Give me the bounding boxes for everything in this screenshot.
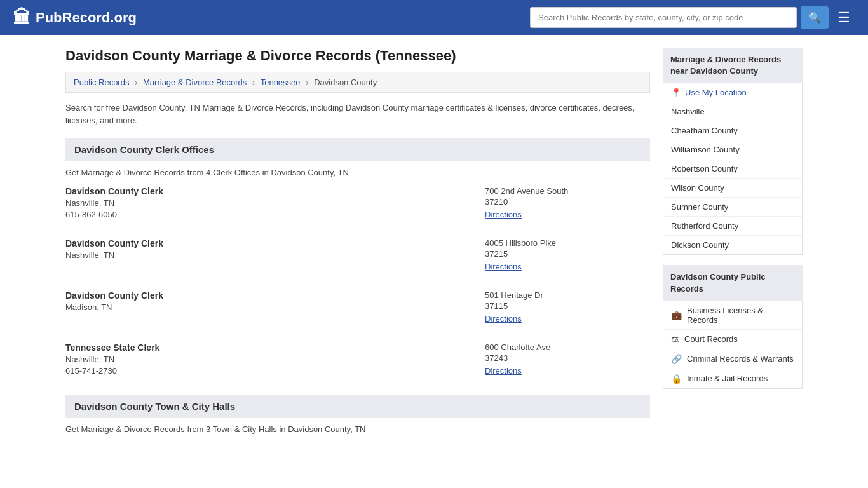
site-logo[interactable]: 🏛 PubRecord.org <box>13 7 137 28</box>
office-left-1: Davidson County Clerk Nashville, TN 615-… <box>65 186 485 219</box>
office-zip-2: 37215 <box>485 249 650 259</box>
office-row-3: Davidson County Clerk Madison, TN 501 He… <box>65 290 650 323</box>
city-halls-section-header: Davidson County Town & City Halls <box>65 395 650 418</box>
business-icon: 💼 <box>671 310 682 320</box>
sidebar-nearby-williamson[interactable]: Williamson County <box>663 140 802 159</box>
city-halls-desc: Get Marriage & Divorce Records from 3 To… <box>65 424 650 434</box>
business-licenses-link[interactable]: Business Licenses & Records <box>687 306 794 325</box>
office-right-4: 600 Charlotte Ave 37243 Directions <box>485 342 650 376</box>
office-right-2: 4005 Hillsboro Pike 37215 Directions <box>485 238 650 271</box>
breadcrumb: Public Records › Marriage & Divorce Reco… <box>65 72 650 93</box>
office-entry-4: Tennessee State Clerk Nashville, TN 615-… <box>65 342 650 382</box>
sidebar-nearby-cheatham[interactable]: Cheatham County <box>663 121 802 140</box>
use-location-item[interactable]: 📍 Use My Location <box>663 83 802 102</box>
office-name-3: Davidson County Clerk <box>65 290 485 301</box>
page-title: Davidson County Marriage & Divorce Recor… <box>65 48 650 64</box>
clerk-offices-section-header: Davidson County Clerk Offices <box>65 138 650 161</box>
location-icon: 📍 <box>671 88 681 97</box>
directions-link-2[interactable]: Directions <box>485 262 522 271</box>
inmate-records-link[interactable]: Inmate & Jail Records <box>687 374 768 383</box>
main-container: Davidson County Marriage & Divorce Recor… <box>53 35 815 456</box>
breadcrumb-link-public-records[interactable]: Public Records <box>74 78 129 87</box>
breadcrumb-link-marriage[interactable]: Marriage & Divorce Records <box>143 78 247 87</box>
office-city-4: Nashville, TN <box>65 355 485 364</box>
intro-text: Search for free Davidson County, TN Marr… <box>65 102 650 126</box>
sidebar-nearby-wilson-link[interactable]: Wilson County <box>671 183 724 193</box>
office-city-1: Nashville, TN <box>65 198 485 208</box>
search-icon: 🔍 <box>808 12 821 23</box>
breadcrumb-sep-3: › <box>306 78 308 87</box>
breadcrumb-sep-2: › <box>252 78 255 87</box>
sidebar-business-licenses[interactable]: 💼 Business Licenses & Records <box>663 301 802 330</box>
menu-button[interactable]: ☰ <box>832 8 855 27</box>
sidebar-nearby-rutherford[interactable]: Rutherford County <box>663 217 802 236</box>
sidebar-nearby-dickson-link[interactable]: Dickson County <box>671 240 729 250</box>
inmate-icon: 🔒 <box>671 374 682 384</box>
office-address-2: 4005 Hillsboro Pike <box>485 238 650 248</box>
sidebar-nearby-nashville[interactable]: Nashville <box>663 102 802 121</box>
sidebar-court-records[interactable]: ⚖ Court Records <box>663 330 802 349</box>
sidebar-nearby-dickson[interactable]: Dickson County <box>663 236 802 254</box>
logo-text: PubRecord.org <box>36 10 137 26</box>
logo-icon: 🏛 <box>13 7 31 28</box>
office-left-2: Davidson County Clerk Nashville, TN <box>65 238 485 262</box>
sidebar-nearby-wilson[interactable]: Wilson County <box>663 179 802 198</box>
sidebar-nearby-nashville-link[interactable]: Nashville <box>671 107 705 116</box>
office-name-1: Davidson County Clerk <box>65 186 485 196</box>
office-entry-1: Davidson County Clerk Nashville, TN 615-… <box>65 186 650 226</box>
office-row-4: Tennessee State Clerk Nashville, TN 615-… <box>65 342 650 376</box>
court-icon: ⚖ <box>671 334 679 344</box>
content-area: Davidson County Marriage & Divorce Recor… <box>65 48 650 443</box>
sidebar-nearby-robertson-link[interactable]: Robertson County <box>671 164 738 173</box>
sidebar: Marriage & Divorce Records near Davidson… <box>663 48 803 443</box>
office-row-2: Davidson County Clerk Nashville, TN 4005… <box>65 238 650 271</box>
office-entry-2: Davidson County Clerk Nashville, TN 4005… <box>65 238 650 278</box>
office-zip-1: 37210 <box>485 197 650 207</box>
sidebar-public-records-section: Davidson County Public Records 💼 Busines… <box>663 265 803 388</box>
office-left-4: Tennessee State Clerk Nashville, TN 615-… <box>65 342 485 376</box>
office-zip-4: 37243 <box>485 353 650 363</box>
sidebar-nearby-cheatham-link[interactable]: Cheatham County <box>671 126 738 135</box>
use-location-link[interactable]: Use My Location <box>685 88 747 97</box>
court-records-link[interactable]: Court Records <box>684 334 738 344</box>
office-phone-4: 615-741-2730 <box>65 366 485 376</box>
office-address-3: 501 Heritage Dr <box>485 290 650 300</box>
office-right-3: 501 Heritage Dr 37115 Directions <box>485 290 650 323</box>
directions-link-4[interactable]: Directions <box>485 366 522 376</box>
sidebar-nearby-section: Marriage & Divorce Records near Davidson… <box>663 48 803 255</box>
sidebar-nearby-sumner-link[interactable]: Sumner County <box>671 202 728 212</box>
office-left-3: Davidson County Clerk Madison, TN <box>65 290 485 314</box>
breadcrumb-current: Davidson County <box>314 78 377 87</box>
directions-link-1[interactable]: Directions <box>485 210 522 219</box>
office-zip-3: 37115 <box>485 301 650 311</box>
office-name-2: Davidson County Clerk <box>65 238 485 248</box>
sidebar-criminal-records[interactable]: 🔗 Criminal Records & Warrants <box>663 349 802 369</box>
sidebar-nearby-robertson[interactable]: Robertson County <box>663 159 802 179</box>
sidebar-nearby-list: 📍 Use My Location Nashville Cheatham Cou… <box>663 83 803 255</box>
office-right-1: 700 2nd Avenue South 37210 Directions <box>485 186 650 219</box>
office-name-4: Tennessee State Clerk <box>65 342 485 353</box>
sidebar-public-records-list: 💼 Business Licenses & Records ⚖ Court Re… <box>663 301 803 389</box>
search-input[interactable] <box>530 7 797 28</box>
sidebar-nearby-header: Marriage & Divorce Records near Davidson… <box>663 48 803 83</box>
sidebar-inmate-records[interactable]: 🔒 Inmate & Jail Records <box>663 369 802 388</box>
office-city-2: Nashville, TN <box>65 250 485 260</box>
office-entry-3: Davidson County Clerk Madison, TN 501 He… <box>65 290 650 330</box>
site-header: 🏛 PubRecord.org 🔍 ☰ <box>0 0 868 35</box>
office-phone-1: 615-862-6050 <box>65 210 485 219</box>
sidebar-public-records-header: Davidson County Public Records <box>663 265 803 301</box>
search-button[interactable]: 🔍 <box>801 6 829 29</box>
sidebar-nearby-sumner[interactable]: Sumner County <box>663 198 802 217</box>
criminal-icon: 🔗 <box>671 354 682 364</box>
office-row-1: Davidson County Clerk Nashville, TN 615-… <box>65 186 650 219</box>
criminal-records-link[interactable]: Criminal Records & Warrants <box>687 354 794 363</box>
office-address-1: 700 2nd Avenue South <box>485 186 650 196</box>
menu-icon: ☰ <box>837 10 850 25</box>
breadcrumb-link-tennessee[interactable]: Tennessee <box>261 78 301 87</box>
sidebar-nearby-williamson-link[interactable]: Williamson County <box>671 145 740 154</box>
office-address-4: 600 Charlotte Ave <box>485 342 650 352</box>
sidebar-nearby-rutherford-link[interactable]: Rutherford County <box>671 221 738 231</box>
search-area: 🔍 ☰ <box>530 6 855 29</box>
directions-link-3[interactable]: Directions <box>485 314 522 323</box>
clerk-offices-desc: Get Marriage & Divorce Records from 4 Cl… <box>65 168 650 177</box>
